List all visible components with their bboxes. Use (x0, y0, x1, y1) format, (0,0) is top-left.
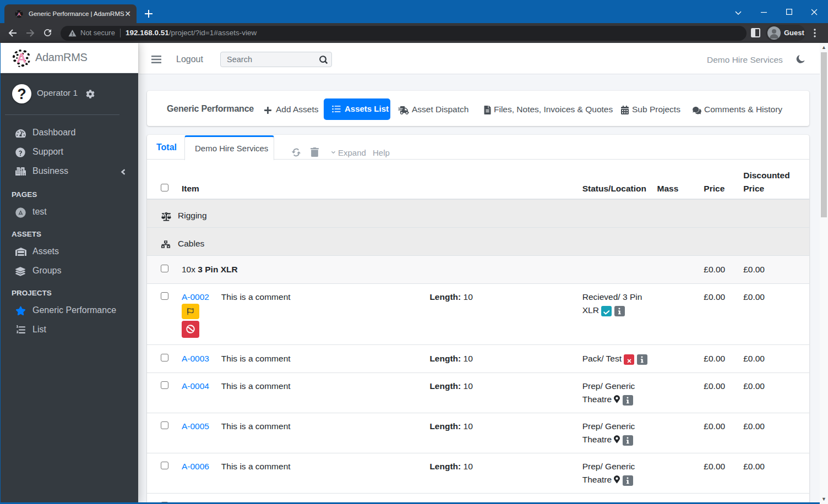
svg-text:A: A (17, 51, 26, 65)
svg-text:A: A (17, 12, 21, 17)
